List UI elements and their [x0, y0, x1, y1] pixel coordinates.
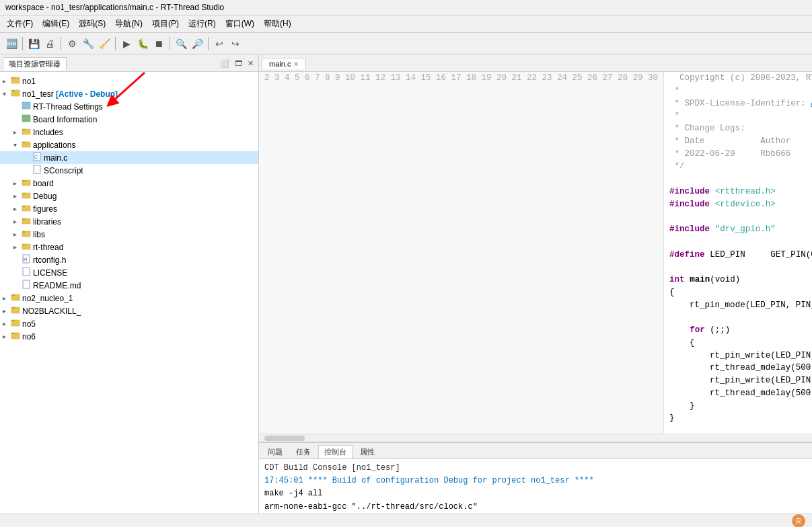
tree-arrow-NO2BLACKILL_[interactable]: ▸	[3, 307, 11, 315]
tree-icon-figures	[22, 203, 31, 214]
menu-item-源码(S)[interactable]: 源码(S)	[75, 17, 110, 31]
tree-icon-Debug	[22, 190, 31, 202]
tree-indent	[3, 128, 13, 137]
undo-btn[interactable]: ↩	[212, 36, 227, 51]
build-btn[interactable]: 🔧	[81, 36, 96, 51]
statusbar: R	[0, 514, 812, 527]
bottom-tab-属性[interactable]: 属性	[354, 445, 381, 458]
tree-icon-no6	[11, 331, 20, 342]
tree-item-no2_nucleo_1[interactable]: ▸no2_nucleo_1	[0, 292, 258, 305]
tree-icon-libs	[22, 229, 31, 240]
debug-btn[interactable]: 🐛	[135, 36, 150, 51]
search-btn[interactable]: 🔍	[174, 36, 188, 51]
editor-tab-main-c[interactable]: main.c ✕	[262, 58, 306, 69]
run-btn[interactable]: ▶	[119, 36, 134, 51]
svg-rect-18	[22, 206, 26, 207]
tree-item-SConscript[interactable]: SConscript	[0, 164, 258, 177]
bottom-tab-问题[interactable]: 问题	[262, 445, 289, 458]
tree-indent	[3, 230, 13, 239]
sidebar-close-btn[interactable]: ✕	[246, 58, 256, 69]
tree-item-rt-thread[interactable]: ▸rt-thread	[0, 241, 258, 253]
svg-rect-34	[11, 320, 15, 321]
tree-arrow-libraries[interactable]: ▸	[13, 218, 22, 225]
svg-rect-22	[22, 231, 26, 233]
tree-arrow-figures[interactable]: ▸	[13, 205, 22, 212]
tree-arrow-includes[interactable]: ▸	[13, 128, 22, 136]
tree-item-libs[interactable]: ▸libs	[0, 228, 258, 241]
tree-arrow-Debug[interactable]: ▸	[13, 192, 22, 200]
editor-column: main.c ✕ 2 3 4 5 6 7 8 9 10 11 12 13 14 …	[259, 54, 812, 522]
editor-tab-close[interactable]: ✕	[293, 60, 299, 68]
tree-arrow-no2_nucleo_1[interactable]: ▸	[3, 294, 11, 302]
tree-arrow-applications[interactable]: ▾	[13, 141, 22, 149]
tree-item-applications[interactable]: ▾applications	[0, 138, 258, 151]
tree-item-figures[interactable]: ▸figures	[0, 202, 258, 215]
redo-btn[interactable]: ↪	[228, 36, 243, 51]
menu-item-帮助(H)[interactable]: 帮助(H)	[260, 17, 295, 31]
tree-item-no6[interactable]: ▸no6	[0, 330, 258, 343]
tree-label-README.md: README.md	[33, 281, 81, 290]
tree-item-libraries[interactable]: ▸libraries	[0, 215, 258, 228]
save-btn[interactable]: 💾	[26, 36, 41, 51]
svg-rect-20	[22, 218, 26, 220]
tree-item-no1_tesr[interactable]: ▾no1_tesr [Active - Debug]	[0, 87, 258, 100]
sidebar-maximize-btn[interactable]: 🗖	[233, 58, 244, 69]
tree-label-no2_nucleo_1: no2_nucleo_1	[22, 294, 73, 303]
tree-item-rtconfig.h[interactable]: Hrtconfig.h	[0, 253, 258, 266]
tree-item-LICENSE[interactable]: LICENSE	[0, 266, 258, 279]
sidebar-tabbar: 项目资源管理器 ⬜ 🗖 ✕	[0, 54, 258, 72]
tree-indent	[3, 281, 13, 290]
tree-label-NO2BLACKILL_: NO2BLACKILL_	[22, 307, 81, 316]
tree-arrow-no6[interactable]: ▸	[3, 333, 11, 340]
tree-item-NO2BLACKILL_[interactable]: ▸NO2BLACKILL_	[0, 305, 258, 317]
stop-btn[interactable]: ⏹	[151, 36, 166, 51]
code-hscroll[interactable]	[259, 434, 812, 442]
horizontal-scrollbar[interactable]	[264, 436, 305, 441]
title-text: workspace - no1_tesr/applications/main.c…	[5, 3, 224, 12]
tree-item-board[interactable]: ▸board	[0, 177, 258, 190]
tree-item-Debug[interactable]: ▸Debug	[0, 190, 258, 202]
settings-btn[interactable]: ⚙	[65, 36, 79, 51]
bottom-tab-控制台[interactable]: 控制台	[318, 445, 353, 458]
status-right: R	[790, 513, 807, 528]
tree-label-libraries: libraries	[33, 217, 61, 227]
tree-arrow-no5[interactable]: ▸	[3, 320, 11, 327]
tree-item-main.c[interactable]: Cmain.c	[0, 151, 258, 164]
tree-item-no1[interactable]: ▸no1	[0, 75, 258, 87]
tree-arrow-libs[interactable]: ▸	[13, 231, 22, 238]
find-replace-btn[interactable]: 🔎	[190, 36, 205, 51]
sidebar-tab-explorer-label: 项目资源管理器	[9, 60, 61, 68]
menu-item-窗口(W)[interactable]: 窗口(W)	[221, 17, 258, 31]
menu-item-运行(R)[interactable]: 运行(R)	[184, 17, 220, 31]
menu-item-导航(N)[interactable]: 导航(N)	[111, 17, 147, 31]
clean-btn[interactable]: 🧹	[97, 36, 112, 51]
code-content[interactable]: Copyright (c) 2006-2023, RT-Thread Devel…	[664, 72, 812, 434]
tree-label-board-info: Board Information	[33, 115, 97, 124]
bottom-tab-任务[interactable]: 任务	[290, 445, 317, 458]
menu-item-文件(F)[interactable]: 文件(F)	[3, 17, 37, 31]
sidebar-tab-explorer[interactable]: 项目资源管理器	[3, 57, 67, 71]
new-btn[interactable]: 🆕	[4, 36, 19, 51]
tree-item-rt-thread-settings[interactable]: RT-Thread Settings	[0, 100, 258, 113]
svg-rect-3	[11, 90, 15, 91]
tree-arrow-board[interactable]: ▸	[13, 179, 22, 187]
console-line: arm-none-eabi-gcc "../rt-thread/src/cloc…	[264, 501, 807, 514]
svg-rect-30	[11, 294, 15, 296]
save-all-btn[interactable]: 🖨	[42, 36, 57, 51]
tree-label-figures: figures	[33, 204, 57, 214]
tree-item-README.md[interactable]: README.md	[0, 279, 258, 292]
tree-item-no5[interactable]: ▸no5	[0, 317, 258, 330]
menu-item-编辑(E)[interactable]: 编辑(E)	[38, 17, 73, 31]
sidebar-minimize-btn[interactable]: ⬜	[218, 58, 231, 69]
tree-item-includes[interactable]: ▸Includes	[0, 126, 258, 138]
tree-arrow-rt-thread[interactable]: ▸	[13, 243, 22, 251]
console-content: CDT Build Console [no1_tesr] 17:45:01 **…	[259, 459, 812, 522]
titlebar: workspace - no1_tesr/applications/main.c…	[0, 0, 812, 15]
menu-item-项目(P)[interactable]: 项目(P)	[148, 17, 183, 31]
code-editor[interactable]: 2 3 4 5 6 7 8 9 10 11 12 13 14 15 16 17 …	[259, 72, 812, 434]
tree-arrow-no1_tesr[interactable]: ▾	[3, 90, 11, 97]
tree-item-board-info[interactable]: Board Information	[0, 113, 258, 126]
tree-label-libs: libs	[33, 230, 45, 239]
tree-arrow-no1[interactable]: ▸	[3, 77, 11, 85]
svg-rect-12	[34, 165, 40, 173]
